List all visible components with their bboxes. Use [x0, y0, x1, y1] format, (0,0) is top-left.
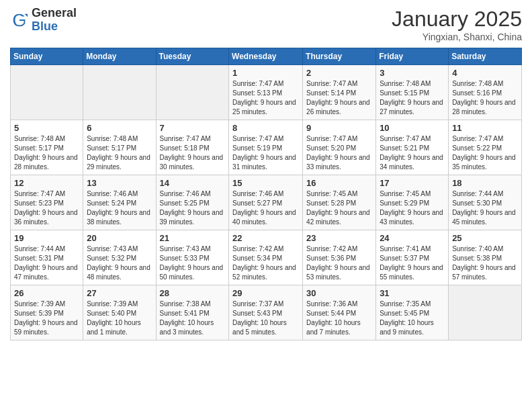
calendar-cell: 19Sunrise: 7:44 AMSunset: 5:31 PMDayligh…: [11, 230, 83, 285]
day-info: Sunrise: 7:43 AMSunset: 5:33 PMDaylight:…: [160, 244, 226, 282]
day-info: Sunrise: 7:47 AMSunset: 5:13 PMDaylight:…: [232, 79, 299, 117]
location-subtitle: Yingxian, Shanxi, China: [392, 32, 522, 42]
day-number: 16: [306, 178, 372, 188]
calendar-cell: 31Sunrise: 7:35 AMSunset: 5:45 PMDayligh…: [376, 285, 449, 340]
day-number: 30: [306, 288, 372, 298]
day-info: Sunrise: 7:36 AMSunset: 5:44 PMDaylight:…: [306, 300, 372, 337]
calendar-cell: 16Sunrise: 7:45 AMSunset: 5:28 PMDayligh…: [303, 175, 376, 230]
day-info: Sunrise: 7:35 AMSunset: 5:45 PMDaylight:…: [380, 300, 445, 337]
day-info: Sunrise: 7:44 AMSunset: 5:31 PMDaylight:…: [14, 244, 79, 282]
day-info: Sunrise: 7:46 AMSunset: 5:25 PMDaylight:…: [160, 189, 226, 227]
day-number: 22: [232, 233, 299, 243]
calendar-cell: 29Sunrise: 7:37 AMSunset: 5:43 PMDayligh…: [229, 285, 303, 340]
day-number: 24: [380, 233, 445, 243]
calendar-cell: 1Sunrise: 7:47 AMSunset: 5:13 PMDaylight…: [229, 65, 303, 120]
day-number: 21: [160, 233, 226, 243]
day-info: Sunrise: 7:40 AMSunset: 5:38 PMDaylight:…: [452, 244, 518, 282]
day-info: Sunrise: 7:42 AMSunset: 5:36 PMDaylight:…: [306, 244, 372, 282]
col-header-sunday: Sunday: [11, 48, 83, 65]
logo-text: General Blue: [32, 7, 77, 34]
calendar-cell: 30Sunrise: 7:36 AMSunset: 5:44 PMDayligh…: [303, 285, 376, 340]
day-number: 14: [160, 178, 226, 188]
day-info: Sunrise: 7:46 AMSunset: 5:24 PMDaylight:…: [87, 189, 152, 227]
calendar-cell: 15Sunrise: 7:46 AMSunset: 5:27 PMDayligh…: [229, 175, 303, 230]
day-number: 7: [160, 123, 226, 133]
calendar-cell: 4Sunrise: 7:48 AMSunset: 5:16 PMDaylight…: [449, 65, 522, 120]
calendar-cell: 28Sunrise: 7:38 AMSunset: 5:41 PMDayligh…: [156, 285, 229, 340]
day-info: Sunrise: 7:47 AMSunset: 5:22 PMDaylight:…: [452, 134, 518, 172]
day-number: 5: [14, 123, 79, 133]
month-title: January 2025: [392, 7, 522, 32]
calendar-cell: [449, 285, 522, 340]
logo-blue: Blue: [32, 20, 77, 34]
day-number: 6: [87, 123, 152, 133]
logo-icon: [10, 11, 29, 30]
logo-general: General: [32, 7, 77, 20]
day-info: Sunrise: 7:37 AMSunset: 5:43 PMDaylight:…: [232, 300, 299, 337]
day-info: Sunrise: 7:38 AMSunset: 5:41 PMDaylight:…: [160, 300, 226, 337]
calendar-cell: 7Sunrise: 7:47 AMSunset: 5:18 PMDaylight…: [156, 120, 229, 175]
day-info: Sunrise: 7:46 AMSunset: 5:27 PMDaylight:…: [232, 189, 299, 227]
day-number: 27: [87, 288, 152, 298]
calendar-cell: 12Sunrise: 7:47 AMSunset: 5:23 PMDayligh…: [11, 175, 83, 230]
day-info: Sunrise: 7:48 AMSunset: 5:17 PMDaylight:…: [14, 134, 79, 172]
day-info: Sunrise: 7:43 AMSunset: 5:32 PMDaylight:…: [87, 244, 152, 282]
day-info: Sunrise: 7:48 AMSunset: 5:17 PMDaylight:…: [87, 134, 152, 172]
day-number: 28: [160, 288, 226, 298]
calendar-cell: [83, 65, 156, 120]
day-number: 23: [306, 233, 372, 243]
day-info: Sunrise: 7:41 AMSunset: 5:37 PMDaylight:…: [380, 244, 445, 282]
col-header-friday: Friday: [376, 48, 449, 65]
calendar-week-5: 26Sunrise: 7:39 AMSunset: 5:39 PMDayligh…: [11, 285, 522, 340]
calendar-cell: 5Sunrise: 7:48 AMSunset: 5:17 PMDaylight…: [11, 120, 83, 175]
day-number: 29: [232, 288, 299, 298]
logo: General Blue: [10, 7, 77, 34]
day-number: 17: [380, 178, 445, 188]
col-header-thursday: Thursday: [303, 48, 376, 65]
day-number: 25: [452, 233, 518, 243]
calendar-cell: 24Sunrise: 7:41 AMSunset: 5:37 PMDayligh…: [376, 230, 449, 285]
col-header-saturday: Saturday: [449, 48, 522, 65]
day-info: Sunrise: 7:47 AMSunset: 5:19 PMDaylight:…: [232, 134, 299, 172]
day-number: 19: [14, 233, 79, 243]
day-info: Sunrise: 7:47 AMSunset: 5:21 PMDaylight:…: [380, 134, 445, 172]
day-info: Sunrise: 7:45 AMSunset: 5:29 PMDaylight:…: [380, 189, 445, 227]
calendar-cell: 23Sunrise: 7:42 AMSunset: 5:36 PMDayligh…: [303, 230, 376, 285]
day-number: 13: [87, 178, 152, 188]
calendar-cell: 25Sunrise: 7:40 AMSunset: 5:38 PMDayligh…: [449, 230, 522, 285]
day-info: Sunrise: 7:39 AMSunset: 5:40 PMDaylight:…: [87, 300, 152, 337]
day-number: 10: [380, 123, 445, 133]
calendar-cell: 9Sunrise: 7:47 AMSunset: 5:20 PMDaylight…: [303, 120, 376, 175]
header: General Blue January 2025 Yingxian, Shan…: [10, 7, 522, 42]
day-info: Sunrise: 7:45 AMSunset: 5:28 PMDaylight:…: [306, 189, 372, 227]
day-number: 31: [380, 288, 445, 298]
day-number: 2: [306, 68, 372, 78]
day-number: 1: [232, 68, 299, 78]
calendar-cell: 20Sunrise: 7:43 AMSunset: 5:32 PMDayligh…: [83, 230, 156, 285]
calendar-cell: 18Sunrise: 7:44 AMSunset: 5:30 PMDayligh…: [449, 175, 522, 230]
calendar-cell: 17Sunrise: 7:45 AMSunset: 5:29 PMDayligh…: [376, 175, 449, 230]
day-info: Sunrise: 7:48 AMSunset: 5:16 PMDaylight:…: [452, 79, 518, 117]
day-number: 4: [452, 68, 518, 78]
calendar-cell: 11Sunrise: 7:47 AMSunset: 5:22 PMDayligh…: [449, 120, 522, 175]
day-info: Sunrise: 7:44 AMSunset: 5:30 PMDaylight:…: [452, 189, 518, 227]
col-header-monday: Monday: [83, 48, 156, 65]
day-info: Sunrise: 7:39 AMSunset: 5:39 PMDaylight:…: [14, 300, 79, 337]
calendar-table: SundayMondayTuesdayWednesdayThursdayFrid…: [10, 48, 522, 340]
title-area: January 2025 Yingxian, Shanxi, China: [392, 7, 522, 42]
calendar-cell: 22Sunrise: 7:42 AMSunset: 5:34 PMDayligh…: [229, 230, 303, 285]
calendar-week-3: 12Sunrise: 7:47 AMSunset: 5:23 PMDayligh…: [11, 175, 522, 230]
page: General Blue January 2025 Yingxian, Shan…: [0, 0, 532, 411]
calendar-cell: 8Sunrise: 7:47 AMSunset: 5:19 PMDaylight…: [229, 120, 303, 175]
day-info: Sunrise: 7:42 AMSunset: 5:34 PMDaylight:…: [232, 244, 299, 282]
calendar-cell: [156, 65, 229, 120]
calendar-cell: [11, 65, 83, 120]
day-number: 3: [380, 68, 445, 78]
calendar-cell: 13Sunrise: 7:46 AMSunset: 5:24 PMDayligh…: [83, 175, 156, 230]
day-info: Sunrise: 7:47 AMSunset: 5:14 PMDaylight:…: [306, 79, 372, 117]
col-header-wednesday: Wednesday: [229, 48, 303, 65]
calendar-header-row: SundayMondayTuesdayWednesdayThursdayFrid…: [11, 48, 522, 65]
day-info: Sunrise: 7:48 AMSunset: 5:15 PMDaylight:…: [380, 79, 445, 117]
day-info: Sunrise: 7:47 AMSunset: 5:23 PMDaylight:…: [14, 189, 79, 227]
calendar-week-2: 5Sunrise: 7:48 AMSunset: 5:17 PMDaylight…: [11, 120, 522, 175]
